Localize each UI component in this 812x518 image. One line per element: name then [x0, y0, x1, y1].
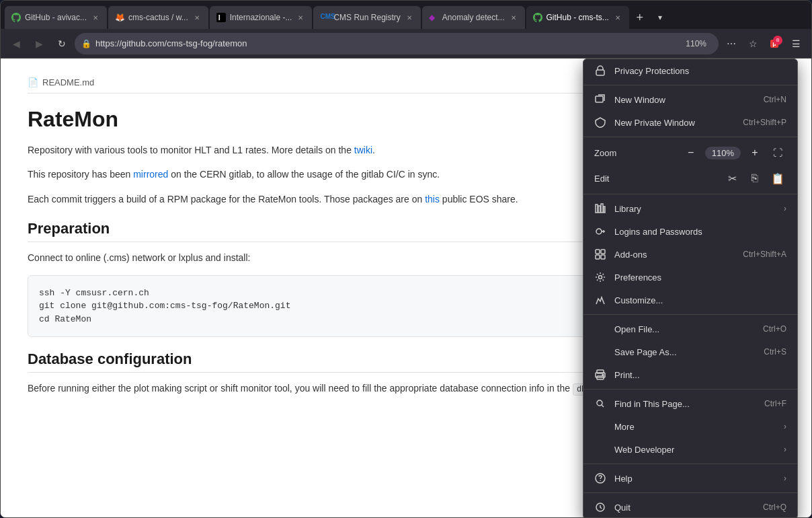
browser-window: GitHub - avivac... ✕ 🦊 cms-cactus / w...…: [0, 0, 812, 518]
ublock-badge: 8: [773, 36, 782, 45]
address-bar-container[interactable]: 🔒 110%: [75, 33, 719, 54]
lock-icon: 🔒: [81, 39, 91, 48]
tab-title-6: GitHub - cms-ts...: [546, 13, 609, 22]
svg-point-17: [602, 375, 604, 376]
svg-point-18: [597, 400, 602, 406]
menu-item-save-page[interactable]: Save Page As... Ctrl+S: [583, 340, 797, 363]
private-window-icon: [594, 116, 606, 128]
menu-item-quit[interactable]: Quit Ctrl+Q: [583, 496, 797, 517]
tab-github-cms-ts[interactable]: GitHub - cms-ts... ✕: [526, 6, 629, 29]
toolbar: ◀ ▶ ↻ 🔒 110% ⋯ ☆ μ 8 ☰: [1, 29, 811, 59]
address-bar-input[interactable]: [95, 38, 676, 48]
addons-icon: [594, 248, 606, 260]
divider-7: [583, 492, 797, 493]
new-tab-button[interactable]: +: [631, 8, 649, 27]
fullscreen-button[interactable]: ⛶: [769, 144, 786, 161]
print-label: Print...: [614, 370, 786, 380]
tab-close-4[interactable]: ✕: [405, 13, 414, 22]
tab-favicon-6: [533, 13, 542, 22]
tab-favicon-4: CMS: [320, 13, 329, 22]
svg-rect-6: [601, 204, 603, 213]
divider-4: [583, 314, 797, 315]
menu-item-new-private-window[interactable]: New Private Window Ctrl+Shift+P: [583, 111, 797, 134]
menu-item-new-window[interactable]: New Window Ctrl+N: [583, 88, 797, 111]
toolbar-icons: ⋯ ☆ μ 8 ☰: [721, 34, 806, 54]
library-arrow: ›: [784, 204, 786, 213]
overflow-menu-button[interactable]: ⋯: [721, 34, 741, 54]
tab-internazionale[interactable]: I Internazionale -... ✕: [210, 6, 313, 29]
twiki-link[interactable]: twiki: [354, 145, 372, 155]
forward-button[interactable]: ▶: [29, 34, 49, 54]
menu-item-privacy-protections[interactable]: Privacy Protections: [583, 59, 797, 82]
addons-shortcut: Ctrl+Shift+A: [743, 250, 786, 259]
tab-anomaly-detect[interactable]: ◆ Anomaly detect... ✕: [422, 6, 525, 29]
ublock-button[interactable]: μ 8: [764, 34, 784, 54]
menu-item-customize[interactable]: Customize...: [583, 289, 797, 311]
tab-favicon-1: [11, 13, 21, 22]
privacy-icon: [594, 65, 606, 77]
open-file-icon: [594, 323, 606, 335]
quit-icon: [594, 501, 606, 513]
readme-label: README.md: [42, 77, 94, 87]
svg-rect-9: [596, 250, 600, 254]
menu-item-find[interactable]: Find in This Page... Ctrl+F: [583, 392, 797, 415]
tab-close-3[interactable]: ✕: [296, 13, 305, 22]
new-window-shortcut: Ctrl+N: [764, 95, 786, 104]
menu-item-preferences[interactable]: Preferences: [583, 266, 797, 289]
paste-button[interactable]: 📋: [769, 170, 786, 187]
reload-button[interactable]: ↻: [52, 34, 72, 54]
new-private-window-label: New Private Window: [614, 118, 735, 128]
web-developer-icon: [594, 443, 606, 455]
menu-item-more[interactable]: More ›: [583, 415, 797, 438]
tab-favicon-3: I: [216, 13, 226, 22]
zoom-badge: 110%: [680, 38, 712, 50]
bookmarks-button[interactable]: ☆: [743, 34, 763, 54]
svg-rect-2: [596, 70, 604, 75]
customize-label: Customize...: [614, 295, 786, 305]
tab-close-1[interactable]: ✕: [91, 13, 100, 22]
tab-favicon-5: ◆: [429, 13, 438, 22]
menu-item-logins[interactable]: Logins and Passwords: [583, 220, 797, 243]
menu-item-help[interactable]: Help ›: [583, 467, 797, 490]
tab-cms-cactus[interactable]: 🦊 cms-cactus / w... ✕: [108, 6, 208, 29]
back-button[interactable]: ◀: [6, 34, 26, 54]
library-label: Library: [614, 204, 776, 214]
logins-label: Logins and Passwords: [614, 227, 786, 237]
new-private-shortcut: Ctrl+Shift+P: [743, 118, 786, 127]
divider-1: [583, 85, 797, 85]
svg-rect-3: [596, 96, 603, 102]
help-arrow: ›: [784, 474, 786, 483]
zoom-control: Zoom − 110% + ⛶: [583, 140, 797, 165]
save-page-icon: [594, 346, 606, 358]
tab-close-6[interactable]: ✕: [613, 13, 622, 22]
tab-title-5: Anomaly detect...: [442, 13, 505, 22]
mirrored-link[interactable]: mirrored: [133, 169, 168, 180]
tab-close-5[interactable]: ✕: [509, 13, 518, 22]
save-page-shortcut: Ctrl+S: [764, 347, 786, 357]
svg-rect-4: [596, 205, 598, 213]
menu-item-print[interactable]: Print...: [583, 363, 797, 386]
this-link[interactable]: this: [425, 194, 440, 205]
cut-button[interactable]: ✂: [723, 170, 741, 187]
customize-icon: [594, 294, 606, 306]
zoom-decrease-button[interactable]: −: [682, 144, 700, 161]
tab-cms-run-registry[interactable]: CMS CMS Run Registry ✕: [313, 6, 420, 29]
menu-item-open-file[interactable]: Open File... Ctrl+O: [583, 318, 797, 340]
addons-label: Add-ons: [614, 250, 735, 260]
zoom-increase-button[interactable]: +: [746, 144, 764, 161]
copy-button[interactable]: ⎘: [746, 170, 764, 187]
hamburger-menu-button[interactable]: ☰: [786, 34, 806, 54]
divider-5: [583, 389, 797, 390]
privacy-protections-label: Privacy Protections: [614, 66, 786, 76]
menu-item-addons[interactable]: Add-ons Ctrl+Shift+A: [583, 243, 797, 266]
divider-3: [583, 194, 797, 194]
tab-close-2[interactable]: ✕: [192, 13, 202, 22]
menu-item-library[interactable]: Library ›: [583, 197, 797, 220]
help-icon: [594, 472, 606, 484]
tab-overflow-button[interactable]: ▾: [651, 8, 669, 27]
more-arrow: ›: [784, 422, 786, 431]
open-file-label: Open File...: [614, 324, 755, 334]
tab-title-2: cms-cactus / w...: [128, 13, 188, 22]
menu-item-web-developer[interactable]: Web Developer ›: [583, 438, 797, 461]
tab-github-avivac[interactable]: GitHub - avivac... ✕: [5, 6, 107, 29]
